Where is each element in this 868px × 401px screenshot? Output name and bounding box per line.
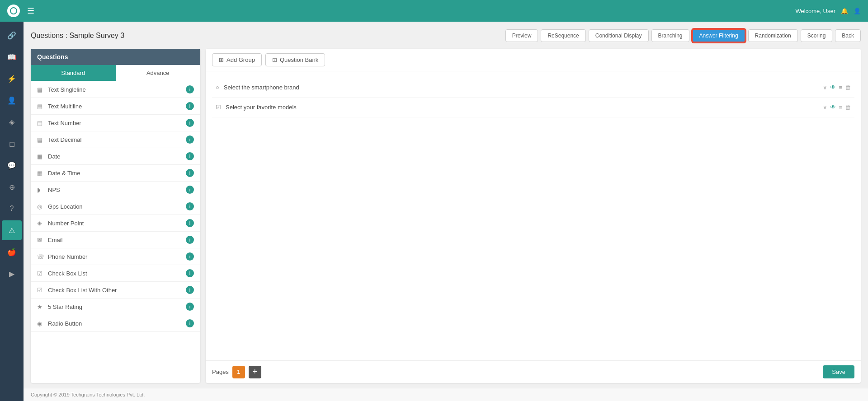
question-list-item[interactable]: ☏ Phone Number i [31,248,200,265]
page-number[interactable]: 1 [232,366,245,378]
question-type-icon: ▤ [37,136,44,143]
eye-icon[interactable]: 👁 [830,84,836,91]
answer-filtering-button[interactable]: Answer Filtering [692,29,745,42]
question-list-item[interactable]: ▤ Text Number i [31,115,200,131]
list-icon[interactable]: ≡ [839,104,842,111]
tab-advance[interactable]: Advance [116,65,201,81]
question-bank-button[interactable]: ⊡ Question Bank [265,53,325,66]
info-button[interactable]: i [186,102,194,110]
content-panels: Questions Standard Advance ▤ Text Single… [31,49,861,383]
question-item-label: ▤ Text Decimal [37,136,81,143]
question-type-icon: ▤ [37,103,44,110]
user-icon-nav[interactable]: 👤 [854,8,861,14]
preview-button[interactable]: Preview [505,29,538,42]
scoring-button[interactable]: Scoring [801,29,833,42]
question-list-item[interactable]: ▤ Text Decimal i [31,131,200,148]
delete-icon[interactable]: 🗑 [845,104,851,111]
sidebar-item-filter[interactable]: ⚡ [2,69,22,89]
question-list-item[interactable]: ◉ Radio Button i [31,315,200,332]
question-type-icon: ☑ [216,104,221,111]
sidebar-item-play[interactable]: ▶ [2,264,22,284]
question-item-label: ⊕ Number Point [37,220,84,227]
randomization-button[interactable]: Randomization [748,29,798,42]
welcome-text: Welcome, User [795,8,835,14]
question-item-label: ▦ Date [37,153,60,160]
info-button[interactable]: i [186,219,194,227]
chevron-down-icon[interactable]: ∨ [823,84,827,91]
delete-icon[interactable]: 🗑 [845,84,851,91]
question-list-item[interactable]: ◎ Gps Location i [31,198,200,215]
sidebar-item-alert[interactable]: ⚠ [2,220,22,240]
add-group-button[interactable]: ⊞ Add Group [212,53,262,66]
questions-list: ▤ Text Singleline i ▤ Text Multiline i ▤… [31,81,200,383]
copyright: Copyright © 2019 Techgrains Technologies… [24,388,868,401]
save-button[interactable]: Save [823,365,854,378]
question-item-label: ☑ Check Box List With Other [37,287,117,294]
question-item-label: ◉ Radio Button [37,320,82,327]
notification-icon[interactable]: 🔔 [841,8,848,14]
left-sidebar: 🔗 📖 ⚡ 👤 ◈ ◻ 💬 ⊕ ? ⚠ 🍎 ▶ [0,22,24,401]
sidebar-item-layers[interactable]: ◈ [2,112,22,132]
question-list-item[interactable]: ★ 5 Star Rating i [31,298,200,315]
info-button[interactable]: i [186,152,194,160]
question-list-item[interactable]: ▤ Text Singleline i [31,81,200,98]
info-button[interactable]: i [186,236,194,244]
info-button[interactable]: i [186,252,194,261]
question-list-item[interactable]: ☑ Check Box List With Other i [31,282,200,298]
survey-question-row: ☑ Select your favorite models ∨ 👁 ≡ 🗑 [212,98,854,117]
top-navbar: ☰ Welcome, User 🔔 👤 [0,0,868,22]
hamburger-icon[interactable]: ☰ [27,6,34,16]
sidebar-item-apple[interactable]: 🍎 [2,242,22,262]
question-type-icon: ⊕ [37,220,44,227]
question-type-icon: ▦ [37,170,44,177]
info-button[interactable]: i [186,303,194,311]
question-list-item[interactable]: ▦ Date & Time i [31,165,200,182]
info-button[interactable]: i [186,119,194,127]
sidebar-item-chat[interactable]: 💬 [2,155,22,175]
question-type-icon: ★ [37,303,44,310]
resequence-button[interactable]: ReSequence [541,29,585,42]
question-item-label: ◎ Gps Location [37,203,83,210]
list-icon[interactable]: ≡ [839,84,842,91]
branching-button[interactable]: Branching [651,29,689,42]
sidebar-item-user[interactable]: 👤 [2,90,22,110]
chevron-down-icon[interactable]: ∨ [823,104,827,111]
question-item-label: ☏ Phone Number [37,253,87,260]
survey-question-row: ○ Select the smartphone brand ∨ 👁 ≡ 🗑 [212,78,854,98]
question-list-item[interactable]: ▦ Date i [31,148,200,165]
sidebar-item-help[interactable]: ? [2,199,22,219]
sidebar-item-square[interactable]: ◻ [2,134,22,154]
info-button[interactable]: i [186,135,194,144]
question-list-item[interactable]: ▤ Text Multiline i [31,98,200,115]
question-type-icon: ○ [216,84,219,91]
info-button[interactable]: i [186,269,194,277]
sidebar-item-book[interactable]: 📖 [2,47,22,67]
question-type-icon: ☏ [37,253,44,260]
conditional-display-button[interactable]: Conditional Display [589,29,649,42]
survey-panel: ⊞ Add Group ⊡ Question Bank ○ Select the… [206,49,861,383]
sidebar-item-circle[interactable]: ⊕ [2,177,22,197]
add-page-button[interactable]: + [249,366,261,378]
question-item-label: ✉ Email [37,237,63,243]
question-item-label: ☑ Check Box List [37,270,87,277]
question-list-item[interactable]: ✉ Email i [31,232,200,248]
info-button[interactable]: i [186,202,194,210]
question-list-item[interactable]: ⊕ Number Point i [31,215,200,232]
survey-question-text: Select the smartphone brand [224,84,299,91]
question-type-icon: ▤ [37,120,44,126]
info-button[interactable]: i [186,319,194,327]
app-logo [7,5,20,17]
back-button[interactable]: Back [835,29,861,42]
info-button[interactable]: i [186,186,194,194]
survey-toolbar: ⊞ Add Group ⊡ Question Bank [206,49,861,71]
tab-standard[interactable]: Standard [31,65,116,81]
sidebar-item-link[interactable]: 🔗 [2,25,22,45]
info-button[interactable]: i [186,169,194,177]
questions-panel: Questions Standard Advance ▤ Text Single… [31,49,200,383]
question-item-label: ▤ Text Multiline [37,103,82,110]
question-list-item[interactable]: ◗ NPS i [31,182,200,198]
info-button[interactable]: i [186,286,194,294]
eye-icon[interactable]: 👁 [830,104,836,111]
info-button[interactable]: i [186,85,194,93]
question-list-item[interactable]: ☑ Check Box List i [31,265,200,282]
